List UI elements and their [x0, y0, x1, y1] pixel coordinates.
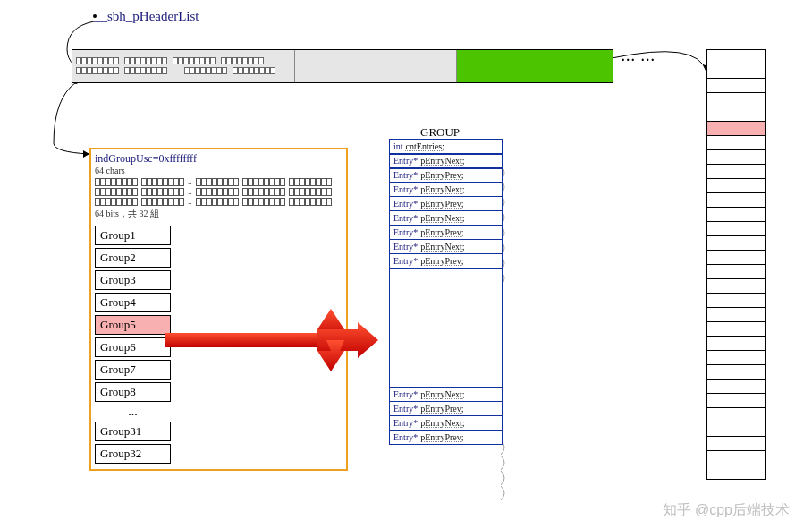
right-column-cell [707, 251, 765, 265]
header-trailing-dots: ··· ··· [622, 54, 656, 68]
right-column-cell [707, 236, 765, 251]
right-column-cell [707, 365, 765, 380]
group-struct-row: Entry*pEntryPrev; [390, 197, 502, 211]
group-struct-row: Entry*pEntryNext; [390, 211, 502, 226]
header-bar-green [457, 50, 613, 82]
group-ellipsis: ... [95, 405, 171, 419]
right-column-cell [707, 107, 765, 122]
right-column-cell [707, 394, 765, 408]
group-item: Group8 [95, 382, 171, 402]
group-item: Group6 [95, 337, 171, 357]
right-column-cell [707, 322, 765, 337]
header-bar-bits: ... [72, 50, 295, 82]
group-item: Group5 [95, 315, 171, 335]
group-item: Group7 [95, 360, 171, 380]
group-item: Group2 [95, 248, 171, 268]
watermark-text: 知乎 @cpp后端技术 [663, 501, 790, 520]
right-column-cell [707, 122, 765, 136]
groups-list: Group1Group2Group3Group4Group5Group6Grou… [91, 224, 174, 469]
right-column-cell [707, 279, 765, 294]
right-column-cell [707, 308, 765, 322]
header-bar-mid [295, 50, 457, 82]
group-struct-table: intcntEntries;Entry*pEntryNext;Entry*pEn… [389, 139, 503, 445]
svg-rect-5 [165, 333, 317, 347]
right-column-cell [707, 337, 765, 351]
group-struct-row: Entry*pEntryNext; [390, 183, 502, 197]
group-struct-gap [390, 269, 502, 388]
group-item: Group3 [95, 270, 171, 290]
right-column-cell [707, 93, 765, 107]
right-column-cell [707, 380, 765, 394]
group-item: Group4 [95, 293, 171, 312]
group-item: Group1 [95, 226, 171, 245]
group-struct-row: Entry*pEntryPrev; [390, 402, 502, 416]
right-column-cell [707, 437, 765, 451]
right-memory-column [706, 49, 766, 480]
right-column-cell [707, 451, 765, 465]
branching-arrow-icon [165, 304, 380, 376]
right-column-cell [707, 150, 765, 165]
right-column-cell [707, 422, 765, 437]
right-column-cell [707, 179, 765, 193]
right-column-cell [707, 50, 765, 64]
right-column-cell [707, 208, 765, 222]
group-struct-title: GROUP [420, 125, 460, 140]
bit64-rows: .. .. .. [91, 175, 346, 206]
right-column-cell [707, 351, 765, 365]
svg-marker-4 [83, 150, 89, 158]
right-column-cell [707, 136, 765, 150]
right-column-cell [707, 265, 765, 279]
header-bar: ... [72, 49, 613, 83]
right-column-cell [707, 79, 765, 93]
ind-group-usc-label: indGroupUsc=0xffffffff [91, 149, 346, 166]
right-column-cell [707, 294, 765, 308]
right-column-cell [707, 193, 765, 208]
group-struct-row: Entry*pEntryNext; [390, 154, 502, 168]
group-struct-row: Entry*pEntryPrev; [390, 226, 502, 240]
group-struct-row: Entry*pEntryNext; [390, 416, 502, 431]
group-struct-row: Entry*pEntryNext; [390, 388, 502, 402]
header-list-label: __sbh_pHeaderList [94, 9, 199, 24]
right-column-cell [707, 165, 765, 179]
group-struct-row: Entry*pEntryPrev; [390, 168, 502, 183]
chars-label: 64 chars [91, 166, 346, 175]
group-item: Group31 [95, 422, 171, 441]
right-column-cell [707, 64, 765, 79]
group-item: Group32 [95, 444, 171, 464]
group-struct-row: Entry*pEntryPrev; [390, 431, 502, 444]
group-struct-row: intcntEntries; [390, 140, 502, 154]
group-struct-row: Entry*pEntryPrev; [390, 254, 502, 269]
right-column-cell [707, 222, 765, 236]
group-struct-row: Entry*pEntryNext; [390, 240, 502, 254]
right-column-cell [707, 465, 765, 479]
right-column-cell [707, 408, 765, 422]
bits-note: 64 bits，共 32 組 [91, 206, 346, 224]
